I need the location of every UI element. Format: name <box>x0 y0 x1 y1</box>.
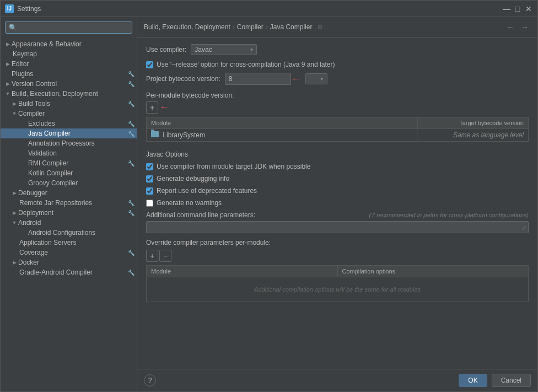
column-module: Module <box>147 117 418 128</box>
main-panel: Build, Execution, Deployment › Compiler … <box>137 17 537 391</box>
sidebar-item-remote-jar[interactable]: Remote Jar Repositories 🔧 <box>1 198 137 208</box>
sidebar-label: Docker <box>18 259 134 266</box>
report-deprecated-label: Report use of deprecated features <box>157 187 257 195</box>
sidebar-item-plugins[interactable]: Plugins 🔧 <box>1 69 137 79</box>
expand-icon: ▶ <box>12 190 17 196</box>
sidebar-label: RMI Compiler <box>28 159 126 167</box>
additional-params-input[interactable] <box>146 221 529 233</box>
no-warnings-label: Generate no warnings <box>157 199 222 207</box>
sidebar-item-rmi[interactable]: RMI Compiler 🔧 <box>1 158 137 168</box>
javac-option-4: Generate no warnings <box>146 199 529 207</box>
sidebar-item-editor[interactable]: ▶ Editor <box>1 59 137 69</box>
sidebar-label: Application Servers <box>19 239 134 246</box>
sidebar-label: Validation <box>28 149 134 157</box>
app-icon: IJ <box>5 4 14 13</box>
additional-params-label: Additional command line parameters: <box>146 211 255 219</box>
sidebar-item-app-servers[interactable]: Application Servers <box>1 238 137 248</box>
sidebar-item-debugger[interactable]: ▶ Debugger <box>1 188 137 198</box>
sidebar-item-keymap[interactable]: Keymap <box>1 49 137 59</box>
bytecode-dropdown-wrapper <box>305 73 327 84</box>
breadcrumb-bar: Build, Execution, Deployment › Compiler … <box>137 17 537 37</box>
table-row[interactable]: LibrarySystem Same as language level <box>147 129 528 141</box>
sidebar-item-deployment[interactable]: ▶ Deployment 🔧 <box>1 208 137 218</box>
sidebar-label: Editor <box>12 60 134 68</box>
bytecode-version-input[interactable] <box>225 73 291 85</box>
sidebar-item-groovy[interactable]: Groovy Compiler <box>1 178 137 188</box>
sidebar-label: Appearance & Behavior <box>12 40 134 48</box>
search-box <box>1 17 137 38</box>
use-compiler-row: Use compiler: Javac Eclipse Ajc <box>146 44 529 55</box>
sidebar-item-kotlin[interactable]: Kotlin Compiler <box>1 168 137 178</box>
sidebar-item-annotation[interactable]: Annotation Processors <box>1 138 137 148</box>
report-deprecated-checkbox[interactable] <box>146 187 153 195</box>
sidebar-label: Keymap <box>13 50 134 58</box>
override-table: Module Compilation options Additional co… <box>146 265 529 302</box>
sidebar-label: Plugins <box>12 70 126 78</box>
breadcrumb-part-1: Build, Execution, Deployment <box>144 23 230 31</box>
sidebar-item-build-execution[interactable]: ▼ Build, Execution, Deployment <box>1 89 137 99</box>
sidebar-label: Build Tools <box>18 100 126 108</box>
maximize-button[interactable]: □ <box>513 4 522 13</box>
arrow-annotation-2: ← <box>159 101 169 114</box>
sidebar-label: Android Configurations <box>28 229 134 237</box>
title-bar: IJ Settings — □ ✕ <box>1 1 537 17</box>
sidebar-item-appearance[interactable]: ▶ Appearance & Behavior <box>1 39 137 49</box>
use-module-target-checkbox[interactable] <box>146 163 153 170</box>
sidebar-item-android-config[interactable]: Android Configurations <box>1 228 137 238</box>
override-col-options: Compilation options <box>338 266 529 277</box>
generate-debug-checkbox[interactable] <box>146 175 153 182</box>
additional-params-hint: ('/' recommended in paths for cross-plat… <box>369 212 529 218</box>
override-empty-hint: Additional compilation options will be t… <box>147 277 528 302</box>
expand-icon: ▼ <box>12 220 17 225</box>
search-input[interactable] <box>5 22 132 34</box>
close-button[interactable]: ✕ <box>524 4 533 13</box>
sidebar-label: Annotation Processors <box>28 139 134 147</box>
sidebar-item-validation[interactable]: Validation <box>1 148 137 158</box>
nav-forward-button[interactable]: → <box>519 22 531 33</box>
release-option-label: Use '--release' option for cross-compila… <box>157 61 335 68</box>
cancel-button[interactable]: Cancel <box>492 374 531 387</box>
sidebar-item-java-compiler[interactable]: Java Compiler 🔧 <box>1 128 137 138</box>
sidebar-item-docker[interactable]: ▶ Docker <box>1 257 137 267</box>
ok-button[interactable]: OK <box>459 374 487 387</box>
sidebar-item-coverage[interactable]: Coverage 🔧 <box>1 248 137 257</box>
bytecode-version-select[interactable] <box>305 73 327 84</box>
sidebar-item-gradle-android[interactable]: Gradle-Android Compiler 🔧 <box>1 267 137 277</box>
breadcrumb-icon: ⊞ <box>318 24 322 31</box>
minimize-button[interactable]: — <box>502 4 511 13</box>
folder-icon <box>151 131 159 137</box>
breadcrumb-sep-2: › <box>266 23 268 31</box>
expand-icon: ▶ <box>12 210 17 216</box>
help-button[interactable]: ? <box>144 374 156 386</box>
module-cell: LibrarySystem <box>147 129 418 141</box>
breadcrumb-part-3: Java Compiler <box>270 23 313 31</box>
override-toolbar: + − <box>146 250 529 262</box>
sidebar-item-compiler[interactable]: ▼ Compiler <box>1 109 137 119</box>
override-col-module: Module <box>147 266 338 277</box>
breadcrumb-sep-1: › <box>233 23 235 31</box>
expand-icon: ▼ <box>12 111 17 116</box>
no-warnings-checkbox[interactable] <box>146 200 153 207</box>
add-override-button[interactable]: + <box>146 250 158 262</box>
remove-override-button[interactable]: − <box>159 250 171 262</box>
compiler-select[interactable]: Javac Eclipse Ajc <box>191 44 257 55</box>
sidebar-item-android[interactable]: ▼ Android <box>1 218 137 228</box>
javac-option-1: Use compiler from module target JDK when… <box>146 163 529 170</box>
additional-params-header: Additional command line parameters: ('/'… <box>146 211 529 219</box>
nav-back-button[interactable]: ← <box>504 22 517 33</box>
per-module-label: Per-module bytecode version: <box>146 92 529 99</box>
sidebar-label: Build, Execution, Deployment <box>12 90 134 98</box>
release-option-checkbox[interactable] <box>146 61 153 68</box>
generate-debug-label: Generate debugging info <box>157 175 229 182</box>
window-controls: — □ ✕ <box>502 4 533 13</box>
breadcrumb-part-2: Compiler <box>237 23 263 31</box>
sidebar-item-excludes[interactable]: Excludes 🔧 <box>1 119 137 128</box>
sidebar-item-build-tools[interactable]: ▶ Build Tools 🔧 <box>1 99 137 109</box>
expand-icon: ▶ <box>12 260 17 265</box>
breadcrumb-nav: ← → <box>504 22 531 33</box>
bytecode-version-label: Project bytecode version: <box>146 75 220 83</box>
sidebar-item-version-control[interactable]: ▶ Version Control 🔧 <box>1 79 137 89</box>
sidebar-label: Java Compiler <box>28 130 126 137</box>
add-module-button[interactable]: + <box>146 101 158 114</box>
settings-window: IJ Settings — □ ✕ ▶ Appearance & Behavio… <box>0 0 538 392</box>
